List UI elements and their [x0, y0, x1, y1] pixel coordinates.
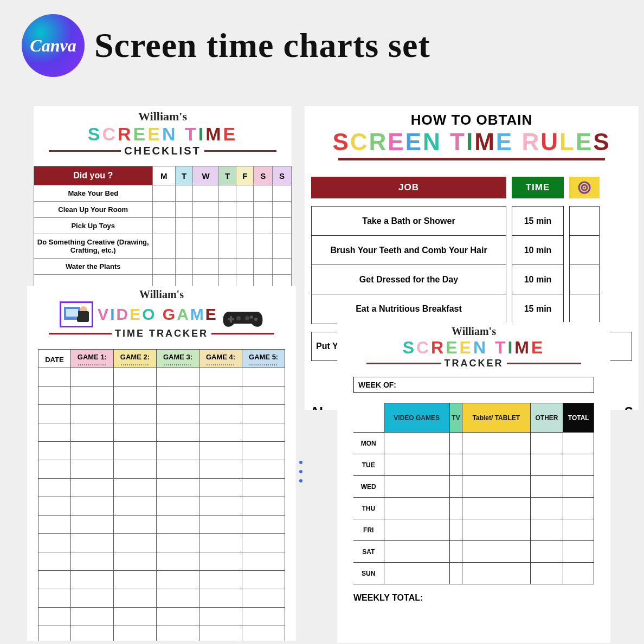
video-cell[interactable]	[242, 626, 285, 641]
video-cell[interactable]	[199, 479, 242, 497]
video-cell[interactable]	[242, 423, 285, 442]
checklist-cell[interactable]	[193, 259, 219, 275]
video-cell[interactable]	[113, 479, 156, 497]
video-cell[interactable]	[113, 423, 156, 442]
tracker-cell[interactable]	[563, 498, 594, 519]
video-cell[interactable]	[242, 387, 285, 405]
checklist-cell[interactable]	[193, 234, 219, 259]
video-cell[interactable]	[113, 608, 156, 626]
tracker-cell[interactable]	[384, 433, 449, 454]
video-cell[interactable]	[38, 516, 70, 534]
video-cell[interactable]	[113, 626, 156, 641]
checklist-cell[interactable]	[273, 234, 292, 259]
tracker-cell[interactable]	[530, 454, 563, 476]
checklist-cell[interactable]	[152, 202, 176, 218]
video-cell[interactable]	[242, 571, 285, 589]
video-cell[interactable]	[242, 552, 285, 571]
checklist-cell[interactable]	[176, 218, 193, 234]
video-cell[interactable]	[70, 516, 113, 534]
checklist-cell[interactable]	[193, 185, 219, 202]
video-cell[interactable]	[38, 626, 70, 641]
video-cell[interactable]	[70, 534, 113, 552]
video-cell[interactable]	[242, 497, 285, 516]
checklist-cell[interactable]	[273, 259, 292, 275]
tracker-cell[interactable]	[530, 433, 563, 454]
video-cell[interactable]	[156, 460, 199, 479]
tracker-cell[interactable]	[384, 519, 449, 541]
video-cell[interactable]	[199, 460, 242, 479]
video-cell[interactable]	[156, 534, 199, 552]
video-cell[interactable]	[199, 571, 242, 589]
tracker-cell[interactable]	[462, 433, 530, 454]
video-cell[interactable]	[70, 479, 113, 497]
video-cell[interactable]	[156, 626, 199, 641]
video-cell[interactable]	[199, 552, 242, 571]
video-cell[interactable]	[38, 552, 70, 571]
video-cell[interactable]	[113, 442, 156, 460]
tracker-cell[interactable]	[384, 563, 449, 584]
video-cell[interactable]	[113, 516, 156, 534]
video-cell[interactable]	[156, 552, 199, 571]
tracker-cell[interactable]	[384, 454, 449, 476]
checklist-cell[interactable]	[193, 218, 219, 234]
video-cell[interactable]	[38, 497, 70, 516]
video-cell[interactable]	[156, 442, 199, 460]
video-cell[interactable]	[156, 608, 199, 626]
tracker-cell[interactable]	[563, 433, 594, 454]
video-cell[interactable]	[70, 460, 113, 479]
video-cell[interactable]	[38, 571, 70, 589]
video-cell[interactable]	[199, 589, 242, 608]
video-cell[interactable]	[242, 479, 285, 497]
video-cell[interactable]	[113, 552, 156, 571]
video-cell[interactable]	[113, 534, 156, 552]
video-cell[interactable]	[156, 571, 199, 589]
video-cell[interactable]	[70, 423, 113, 442]
rules-check-cell[interactable]	[570, 236, 599, 265]
video-cell[interactable]	[199, 405, 242, 423]
video-cell[interactable]	[242, 608, 285, 626]
tracker-cell[interactable]	[449, 433, 462, 454]
rules-check-cell[interactable]	[570, 265, 599, 294]
video-cell[interactable]	[156, 368, 199, 387]
video-cell[interactable]	[199, 608, 242, 626]
video-cell[interactable]	[242, 589, 285, 608]
tracker-cell[interactable]	[563, 454, 594, 476]
tracker-cell[interactable]	[563, 519, 594, 541]
checklist-cell[interactable]	[152, 259, 176, 275]
week-of-field[interactable]: WEEK OF:	[353, 377, 594, 393]
tracker-cell[interactable]	[449, 498, 462, 519]
tracker-cell[interactable]	[462, 476, 530, 498]
video-cell[interactable]	[38, 460, 70, 479]
tracker-cell[interactable]	[462, 563, 530, 584]
video-cell[interactable]	[70, 552, 113, 571]
checklist-cell[interactable]	[152, 234, 176, 259]
video-cell[interactable]	[70, 626, 113, 641]
checklist-cell[interactable]	[176, 234, 193, 259]
video-cell[interactable]	[199, 368, 242, 387]
video-cell[interactable]	[156, 497, 199, 516]
video-cell[interactable]	[242, 534, 285, 552]
checklist-cell[interactable]	[254, 259, 273, 275]
video-cell[interactable]	[38, 608, 70, 626]
checklist-cell[interactable]	[219, 218, 236, 234]
checklist-cell[interactable]	[236, 185, 254, 202]
checklist-cell[interactable]	[254, 218, 273, 234]
tracker-cell[interactable]	[563, 476, 594, 498]
video-cell[interactable]	[199, 442, 242, 460]
checklist-cell[interactable]	[273, 202, 292, 218]
tracker-cell[interactable]	[384, 541, 449, 563]
video-cell[interactable]	[199, 516, 242, 534]
video-cell[interactable]	[242, 516, 285, 534]
video-cell[interactable]	[242, 442, 285, 460]
video-cell[interactable]	[113, 589, 156, 608]
checklist-cell[interactable]	[219, 259, 236, 275]
checklist-cell[interactable]	[254, 185, 273, 202]
tracker-cell[interactable]	[462, 541, 530, 563]
video-cell[interactable]	[113, 387, 156, 405]
rules-check-cell[interactable]	[570, 294, 599, 324]
checklist-cell[interactable]	[273, 218, 292, 234]
tracker-cell[interactable]	[530, 519, 563, 541]
checklist-cell[interactable]	[176, 202, 193, 218]
tracker-cell[interactable]	[530, 498, 563, 519]
video-cell[interactable]	[38, 589, 70, 608]
